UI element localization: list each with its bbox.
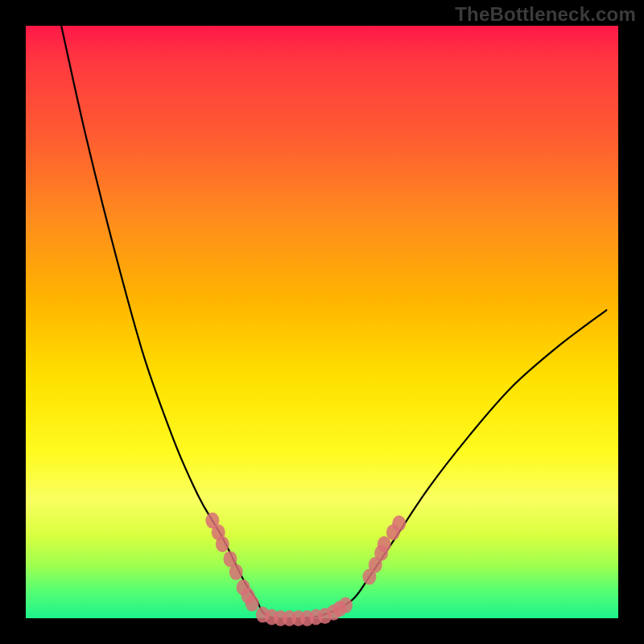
plot-area	[26, 26, 618, 618]
marker-layer	[205, 513, 406, 626]
chart-frame: TheBottleneck.com	[0, 0, 644, 644]
series-curve	[61, 26, 606, 619]
curve-layer	[61, 26, 606, 619]
watermark-text: TheBottleneck.com	[455, 3, 636, 26]
marker-dot	[246, 596, 259, 612]
marker-dot	[339, 597, 353, 613]
chart-svg	[26, 26, 618, 618]
marker-dot	[392, 515, 406, 531]
marker-dot	[229, 564, 243, 580]
marker-dot	[216, 536, 229, 552]
